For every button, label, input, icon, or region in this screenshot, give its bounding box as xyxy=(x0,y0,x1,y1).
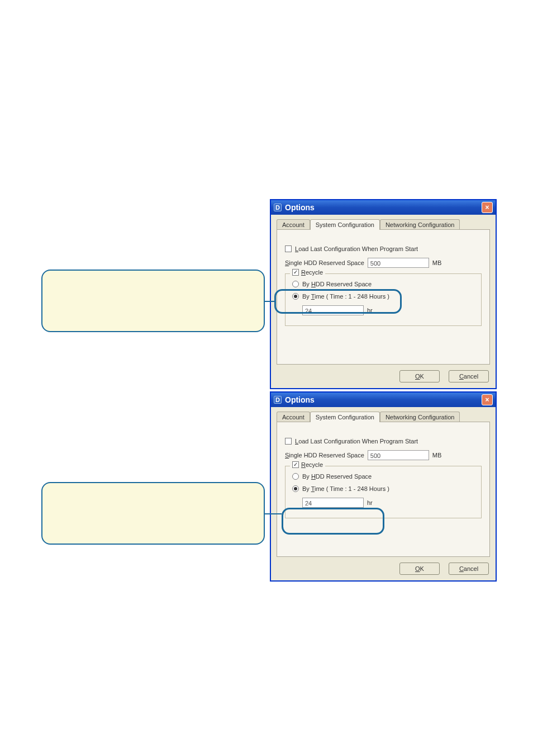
app-icon: D xyxy=(274,204,282,211)
recycle-legend: Recycle xyxy=(290,269,325,276)
window-title: Options xyxy=(285,203,482,212)
load-last-label: Load Last Configuration When Program Sta… xyxy=(295,245,418,252)
load-last-label: Load Last Configuration When Program Sta… xyxy=(295,438,418,445)
by-hdd-label: By HDD Reserved Space xyxy=(302,281,372,287)
ok-button[interactable]: OK xyxy=(399,563,440,575)
time-input-row: 24 hr xyxy=(302,498,474,508)
hdd-unit-label: MB xyxy=(432,259,442,266)
client-area: Account System Configuration Networking … xyxy=(271,407,496,580)
recycle-label: Recycle xyxy=(301,269,323,276)
recycle-group: Recycle By HDD Reserved Space By Time ( … xyxy=(285,466,482,518)
by-time-radio[interactable] xyxy=(292,293,299,300)
hdd-reserved-row: Single HDD Reserved Space 500 MB xyxy=(285,258,482,268)
window-title: Options xyxy=(285,395,482,404)
by-time-row: By Time ( Time : 1 - 248 Hours ) xyxy=(292,485,474,492)
tab-system-configuration[interactable]: System Configuration xyxy=(310,412,380,422)
tab-panel: Load Last Configuration When Program Sta… xyxy=(277,229,490,365)
hr-unit-label: hr xyxy=(367,307,373,314)
hdd-unit-label: MB xyxy=(432,452,442,459)
hdd-reserved-row: Single HDD Reserved Space 500 MB xyxy=(285,450,482,460)
load-last-row: Load Last Configuration When Program Sta… xyxy=(285,438,482,445)
recycle-checkbox[interactable] xyxy=(292,461,299,468)
button-row: OK Cancel xyxy=(399,370,489,382)
tab-networking-configuration[interactable]: Networking Configuration xyxy=(380,412,460,422)
by-time-label: By Time ( Time : 1 - 248 Hours ) xyxy=(302,485,389,492)
tabstrip: Account System Configuration Networking … xyxy=(277,412,490,422)
by-hdd-row: By HDD Reserved Space xyxy=(292,473,474,480)
by-time-label: By Time ( Time : 1 - 248 Hours ) xyxy=(302,293,389,300)
recycle-checkbox[interactable] xyxy=(292,269,299,276)
button-row: OK Cancel xyxy=(399,563,489,575)
connector-2 xyxy=(265,513,282,514)
options-dialog-1: D Options × Account System Configuration… xyxy=(270,199,497,389)
tab-account[interactable]: Account xyxy=(277,412,310,422)
recycle-label: Recycle xyxy=(301,461,323,468)
options-dialog-2: D Options × Account System Configuration… xyxy=(270,391,497,582)
hdd-reserved-input[interactable]: 500 xyxy=(368,450,429,460)
recycle-legend: Recycle xyxy=(290,461,325,468)
recycle-group: Recycle By HDD Reserved Space By Time ( … xyxy=(285,273,482,326)
callout-1 xyxy=(41,270,265,332)
client-area: Account System Configuration Networking … xyxy=(271,215,496,388)
time-input[interactable]: 24 xyxy=(302,305,364,315)
titlebar[interactable]: D Options × xyxy=(271,393,496,407)
cancel-button[interactable]: Cancel xyxy=(449,563,489,575)
tabstrip: Account System Configuration Networking … xyxy=(277,219,490,230)
time-input-row: 24 hr xyxy=(302,305,474,315)
hdd-reserved-label: Single HDD Reserved Space xyxy=(285,452,364,459)
by-hdd-row: By HDD Reserved Space xyxy=(292,281,474,287)
close-icon[interactable]: × xyxy=(482,202,493,213)
by-hdd-label: By HDD Reserved Space xyxy=(302,473,372,480)
tab-system-configuration[interactable]: System Configuration xyxy=(310,219,380,230)
load-last-checkbox[interactable] xyxy=(285,245,292,252)
connector-1 xyxy=(265,301,274,302)
by-time-row: By Time ( Time : 1 - 248 Hours ) xyxy=(292,293,474,300)
hdd-reserved-input[interactable]: 500 xyxy=(368,258,429,268)
load-last-checkbox[interactable] xyxy=(285,438,292,445)
tab-networking-configuration[interactable]: Networking Configuration xyxy=(380,219,460,230)
tab-account[interactable]: Account xyxy=(277,219,310,230)
close-icon[interactable]: × xyxy=(482,394,493,405)
hr-unit-label: hr xyxy=(367,499,373,506)
time-input[interactable]: 24 xyxy=(302,498,364,508)
load-last-row: Load Last Configuration When Program Sta… xyxy=(285,245,482,252)
cancel-button[interactable]: Cancel xyxy=(449,370,489,382)
titlebar[interactable]: D Options × xyxy=(271,200,496,215)
callout-2 xyxy=(41,482,265,545)
by-hdd-radio[interactable] xyxy=(292,281,299,287)
by-time-radio[interactable] xyxy=(292,485,299,492)
app-icon: D xyxy=(274,396,282,404)
by-hdd-radio[interactable] xyxy=(292,473,299,480)
ok-button[interactable]: OK xyxy=(399,370,440,382)
tab-panel: Load Last Configuration When Program Sta… xyxy=(277,422,490,557)
hdd-reserved-label: Single HDD Reserved Space xyxy=(285,259,364,266)
